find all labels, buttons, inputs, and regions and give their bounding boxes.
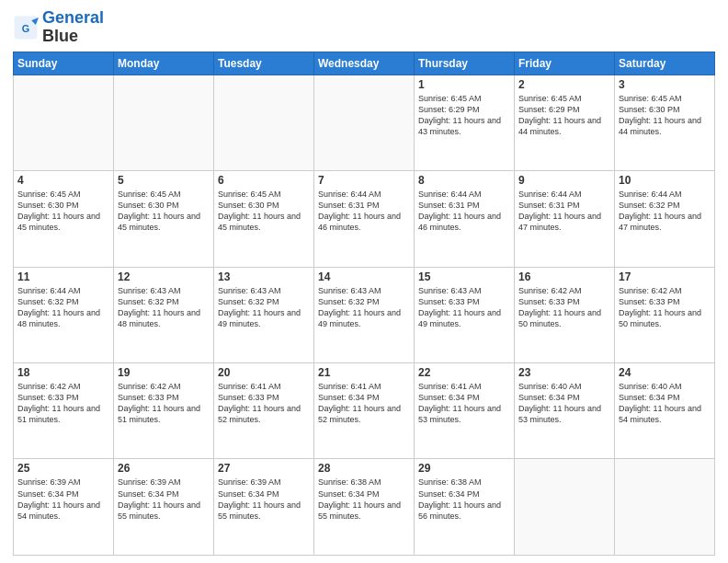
day-info: Sunrise: 6:42 AM Sunset: 6:33 PM Dayligh…	[518, 285, 610, 330]
day-info: Sunrise: 6:42 AM Sunset: 6:33 PM Dayligh…	[619, 285, 711, 330]
day-number: 7	[318, 174, 410, 187]
calendar-cell: 10Sunrise: 6:44 AM Sunset: 6:32 PM Dayli…	[615, 171, 715, 267]
calendar-header-row: SundayMondayTuesdayWednesdayThursdayFrid…	[14, 52, 715, 75]
day-number: 12	[118, 270, 210, 283]
calendar-cell: 29Sunrise: 6:38 AM Sunset: 6:34 PM Dayli…	[415, 459, 515, 556]
day-number: 13	[218, 270, 310, 283]
calendar-header-friday: Friday	[515, 52, 615, 75]
day-number: 26	[118, 462, 210, 475]
day-number: 15	[418, 270, 510, 283]
calendar-cell	[214, 75, 314, 170]
calendar-cell: 25Sunrise: 6:39 AM Sunset: 6:34 PM Dayli…	[14, 459, 114, 556]
day-number: 25	[17, 462, 109, 475]
calendar-header-thursday: Thursday	[415, 52, 515, 75]
day-info: Sunrise: 6:38 AM Sunset: 6:34 PM Dayligh…	[418, 477, 510, 522]
calendar-week-row-4: 18Sunrise: 6:42 AM Sunset: 6:33 PM Dayli…	[14, 363, 715, 459]
calendar-header-monday: Monday	[114, 52, 214, 75]
calendar-cell: 16Sunrise: 6:42 AM Sunset: 6:33 PM Dayli…	[515, 267, 615, 362]
calendar-cell: 18Sunrise: 6:42 AM Sunset: 6:33 PM Dayli…	[14, 363, 114, 459]
day-info: Sunrise: 6:42 AM Sunset: 6:33 PM Dayligh…	[17, 381, 109, 426]
calendar-cell: 4Sunrise: 6:45 AM Sunset: 6:30 PM Daylig…	[14, 171, 114, 267]
day-number: 14	[318, 270, 410, 283]
calendar-header-saturday: Saturday	[615, 52, 715, 75]
day-number: 24	[619, 366, 711, 379]
calendar-cell: 3Sunrise: 6:45 AM Sunset: 6:30 PM Daylig…	[615, 75, 715, 170]
calendar-week-row-5: 25Sunrise: 6:39 AM Sunset: 6:34 PM Dayli…	[14, 459, 715, 556]
calendar-cell: 1Sunrise: 6:45 AM Sunset: 6:29 PM Daylig…	[415, 75, 515, 170]
day-info: Sunrise: 6:38 AM Sunset: 6:34 PM Dayligh…	[318, 477, 410, 522]
day-info: Sunrise: 6:44 AM Sunset: 6:31 PM Dayligh…	[318, 189, 410, 234]
day-number: 8	[418, 174, 510, 187]
day-number: 1	[418, 78, 510, 91]
day-number: 16	[518, 270, 610, 283]
day-number: 9	[518, 174, 610, 187]
calendar-week-row-1: 1Sunrise: 6:45 AM Sunset: 6:29 PM Daylig…	[14, 75, 715, 170]
calendar-cell: 12Sunrise: 6:43 AM Sunset: 6:32 PM Dayli…	[114, 267, 214, 362]
day-info: Sunrise: 6:39 AM Sunset: 6:34 PM Dayligh…	[17, 477, 109, 522]
calendar-cell: 27Sunrise: 6:39 AM Sunset: 6:34 PM Dayli…	[214, 459, 314, 556]
day-number: 4	[17, 174, 109, 187]
header: G General Blue	[13, 9, 715, 46]
day-number: 2	[518, 78, 610, 91]
day-info: Sunrise: 6:42 AM Sunset: 6:33 PM Dayligh…	[118, 381, 210, 426]
day-info: Sunrise: 6:40 AM Sunset: 6:34 PM Dayligh…	[518, 381, 610, 426]
calendar-cell: 28Sunrise: 6:38 AM Sunset: 6:34 PM Dayli…	[314, 459, 415, 556]
day-info: Sunrise: 6:39 AM Sunset: 6:34 PM Dayligh…	[118, 477, 210, 522]
page: G General Blue SundayMondayTuesdayWednes…	[0, 0, 728, 563]
day-number: 18	[17, 366, 109, 379]
calendar-header-wednesday: Wednesday	[314, 52, 415, 75]
day-number: 21	[318, 366, 410, 379]
day-number: 3	[619, 78, 711, 91]
calendar-cell: 7Sunrise: 6:44 AM Sunset: 6:31 PM Daylig…	[314, 171, 415, 267]
day-info: Sunrise: 6:45 AM Sunset: 6:30 PM Dayligh…	[619, 93, 711, 138]
day-number: 5	[118, 174, 210, 187]
day-info: Sunrise: 6:43 AM Sunset: 6:32 PM Dayligh…	[118, 285, 210, 330]
day-info: Sunrise: 6:44 AM Sunset: 6:32 PM Dayligh…	[619, 189, 711, 234]
day-info: Sunrise: 6:45 AM Sunset: 6:30 PM Dayligh…	[218, 189, 310, 234]
calendar-cell: 2Sunrise: 6:45 AM Sunset: 6:29 PM Daylig…	[515, 75, 615, 170]
logo: G General Blue	[13, 9, 104, 46]
calendar-cell	[515, 459, 615, 556]
day-info: Sunrise: 6:43 AM Sunset: 6:33 PM Dayligh…	[418, 285, 510, 330]
calendar-cell: 9Sunrise: 6:44 AM Sunset: 6:31 PM Daylig…	[515, 171, 615, 267]
day-number: 19	[118, 366, 210, 379]
logo-text: General Blue	[42, 9, 104, 46]
day-info: Sunrise: 6:45 AM Sunset: 6:30 PM Dayligh…	[17, 189, 109, 234]
calendar-cell: 14Sunrise: 6:43 AM Sunset: 6:32 PM Dayli…	[314, 267, 415, 362]
calendar-cell: 13Sunrise: 6:43 AM Sunset: 6:32 PM Dayli…	[214, 267, 314, 362]
day-info: Sunrise: 6:41 AM Sunset: 6:34 PM Dayligh…	[318, 381, 410, 426]
day-info: Sunrise: 6:43 AM Sunset: 6:32 PM Dayligh…	[218, 285, 310, 330]
day-info: Sunrise: 6:41 AM Sunset: 6:33 PM Dayligh…	[218, 381, 310, 426]
calendar-cell	[615, 459, 715, 556]
day-number: 10	[619, 174, 711, 187]
calendar-cell: 19Sunrise: 6:42 AM Sunset: 6:33 PM Dayli…	[114, 363, 214, 459]
calendar: SundayMondayTuesdayWednesdayThursdayFrid…	[13, 52, 715, 556]
day-info: Sunrise: 6:43 AM Sunset: 6:32 PM Dayligh…	[318, 285, 410, 330]
calendar-header-tuesday: Tuesday	[214, 52, 314, 75]
calendar-cell	[14, 75, 114, 170]
day-number: 20	[218, 366, 310, 379]
calendar-cell: 6Sunrise: 6:45 AM Sunset: 6:30 PM Daylig…	[214, 171, 314, 267]
calendar-cell: 5Sunrise: 6:45 AM Sunset: 6:30 PM Daylig…	[114, 171, 214, 267]
day-info: Sunrise: 6:40 AM Sunset: 6:34 PM Dayligh…	[619, 381, 711, 426]
day-number: 22	[418, 366, 510, 379]
calendar-cell: 11Sunrise: 6:44 AM Sunset: 6:32 PM Dayli…	[14, 267, 114, 362]
day-info: Sunrise: 6:44 AM Sunset: 6:31 PM Dayligh…	[518, 189, 610, 234]
day-number: 6	[218, 174, 310, 187]
svg-text:G: G	[22, 22, 29, 33]
calendar-header-sunday: Sunday	[14, 52, 114, 75]
calendar-cell: 23Sunrise: 6:40 AM Sunset: 6:34 PM Dayli…	[515, 363, 615, 459]
day-info: Sunrise: 6:44 AM Sunset: 6:31 PM Dayligh…	[418, 189, 510, 234]
day-info: Sunrise: 6:45 AM Sunset: 6:29 PM Dayligh…	[418, 93, 510, 138]
calendar-cell: 17Sunrise: 6:42 AM Sunset: 6:33 PM Dayli…	[615, 267, 715, 362]
calendar-cell	[114, 75, 214, 170]
calendar-week-row-3: 11Sunrise: 6:44 AM Sunset: 6:32 PM Dayli…	[14, 267, 715, 362]
day-number: 23	[518, 366, 610, 379]
calendar-cell	[314, 75, 415, 170]
day-number: 11	[17, 270, 109, 283]
day-number: 29	[418, 462, 510, 475]
calendar-cell: 21Sunrise: 6:41 AM Sunset: 6:34 PM Dayli…	[314, 363, 415, 459]
calendar-cell: 8Sunrise: 6:44 AM Sunset: 6:31 PM Daylig…	[415, 171, 515, 267]
calendar-cell: 24Sunrise: 6:40 AM Sunset: 6:34 PM Dayli…	[615, 363, 715, 459]
day-info: Sunrise: 6:39 AM Sunset: 6:34 PM Dayligh…	[218, 477, 310, 522]
